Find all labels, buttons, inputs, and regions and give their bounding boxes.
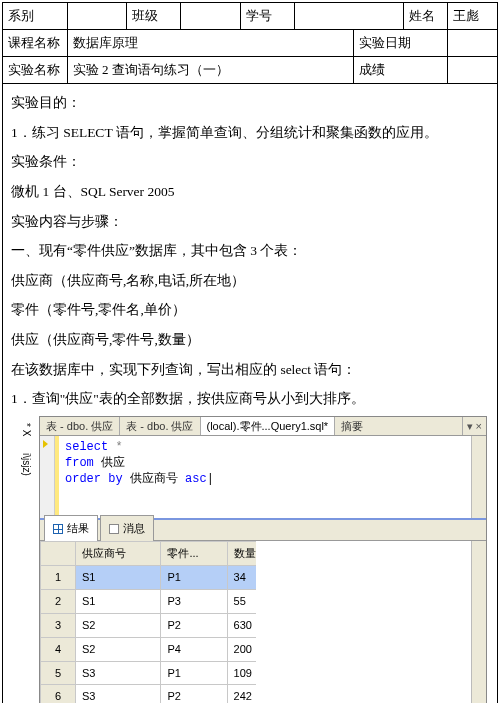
cell-qty: 109: [227, 661, 255, 685]
cell-qty: 200: [227, 637, 255, 661]
grid-icon: [53, 524, 63, 534]
class-label: 班级: [126, 3, 180, 30]
result-tab-strip: 结果 消息: [40, 520, 486, 541]
report-frame: 系别 班级 学号 姓名 王彪 课程名称 数据库原理 实验日期 实验名称 实验 2…: [2, 2, 498, 703]
score-label: 成绩: [354, 57, 448, 84]
cell-part: P4: [161, 637, 227, 661]
cell-supplier: S3: [76, 685, 161, 703]
messages-tab-label: 消息: [123, 518, 145, 539]
question-1: 1．查询"供应"表的全部数据，按供应商号从小到大排序。: [11, 386, 489, 412]
table-def-3: 供应（供应商号,零件号,数量）: [11, 327, 489, 353]
cell-supplier: S3: [76, 661, 161, 685]
name-label: 姓名: [403, 3, 447, 30]
table-def-1: 供应商（供应商号,名称,电话,所在地）: [11, 268, 489, 294]
table-row[interactable]: 3S2P2630: [41, 613, 256, 637]
row-number: 5: [41, 661, 76, 685]
cell-supplier: S2: [76, 637, 161, 661]
table-row[interactable]: 6S3P2242: [41, 685, 256, 703]
tab-overflow-icon[interactable]: ▾ ×: [463, 417, 486, 436]
cell-qty: 630: [227, 613, 255, 637]
results-tab[interactable]: 结果: [44, 515, 98, 541]
date-label: 实验日期: [354, 30, 448, 57]
row-number: 4: [41, 637, 76, 661]
body-section: 实验目的： 1．练习 SELECT 语句，掌握简单查询、分组统计和聚集函数的应用…: [3, 84, 497, 703]
editor-gutter: [40, 436, 55, 518]
cond-title: 实验条件：: [11, 149, 489, 175]
name-value: 王彪: [448, 3, 497, 30]
doc-tab-summary[interactable]: 摘要: [335, 417, 462, 436]
explorer-close: * X: [17, 423, 36, 436]
row-number: 2: [41, 589, 76, 613]
cell-supplier: S1: [76, 565, 161, 589]
header-table: 系别 班级 学号 姓名 王彪 课程名称 数据库原理 实验日期 实验名称 实验 2…: [3, 3, 497, 84]
cell-part: P1: [161, 661, 227, 685]
step-intro: 一、现有“零件供应”数据库，其中包含 3 个表：: [11, 238, 489, 264]
row-number: 1: [41, 565, 76, 589]
cell-part: P2: [161, 685, 227, 703]
task-text: 在该数据库中，实现下列查询，写出相应的 select 语句：: [11, 357, 489, 383]
cell-part: P1: [161, 565, 227, 589]
col-qty[interactable]: 数量: [227, 542, 255, 566]
exp-value: 实验 2 查询语句练习（一）: [67, 57, 353, 84]
doc-tab-active[interactable]: (local).零件...Query1.sql*: [201, 417, 336, 436]
doc-tab-2[interactable]: 表 - dbo. 供应: [120, 417, 200, 436]
dept-value: [67, 3, 126, 30]
cell-qty: 34: [227, 565, 255, 589]
row-number: 3: [41, 613, 76, 637]
col-part[interactable]: 零件...: [161, 542, 227, 566]
message-icon: [109, 524, 119, 534]
cond-1: 微机 1 台、SQL Server 2005: [11, 179, 489, 205]
cell-part: P3: [161, 589, 227, 613]
sql-code[interactable]: select * from 供应 order by 供应商号 asc|: [59, 436, 471, 518]
sql-editor[interactable]: select * from 供应 order by 供应商号 asc|: [40, 436, 486, 520]
table-row[interactable]: 5S3P1109: [41, 661, 256, 685]
sid-value: [294, 3, 403, 30]
grid-corner: [41, 542, 76, 566]
date-value: [448, 30, 497, 57]
explorer-node: i\jsjz): [17, 453, 36, 476]
row-number: 6: [41, 685, 76, 703]
object-explorer-strip: * X i\jsjz) KP): [14, 417, 38, 703]
table-row[interactable]: 4S2P4200: [41, 637, 256, 661]
table-row[interactable]: 1S1P134: [41, 565, 256, 589]
cell-qty: 242: [227, 685, 255, 703]
cell-part: P2: [161, 613, 227, 637]
course-label: 课程名称: [3, 30, 67, 57]
ssms-screenshot: * X i\jsjz) KP) 表 - dbo. 供应 表 - dbo. 供应 …: [39, 416, 487, 703]
cell-supplier: S2: [76, 613, 161, 637]
purpose-1: 1．练习 SELECT 语句，掌握简单查询、分组统计和聚集函数的应用。: [11, 120, 489, 146]
purpose-title: 实验目的：: [11, 90, 489, 116]
course-value: 数据库原理: [67, 30, 353, 57]
grid-scrollbar[interactable]: [471, 541, 486, 703]
steps-title: 实验内容与步骤：: [11, 209, 489, 235]
messages-tab[interactable]: 消息: [100, 515, 154, 541]
dept-label: 系别: [3, 3, 67, 30]
table-def-2: 零件（零件号,零件名,单价）: [11, 297, 489, 323]
col-supplier[interactable]: 供应商号: [76, 542, 161, 566]
editor-scrollbar[interactable]: [471, 436, 486, 518]
sid-label: 学号: [240, 3, 294, 30]
score-value: [448, 57, 497, 84]
cell-qty: 55: [227, 589, 255, 613]
table-row[interactable]: 2S1P355: [41, 589, 256, 613]
cell-supplier: S1: [76, 589, 161, 613]
exp-label: 实验名称: [3, 57, 67, 84]
class-value: [181, 3, 240, 30]
doc-tab-1[interactable]: 表 - dbo. 供应: [40, 417, 120, 436]
results-tab-label: 结果: [67, 518, 89, 539]
document-tabs: 表 - dbo. 供应 表 - dbo. 供应 (local).零件...Que…: [40, 417, 486, 436]
result-grid[interactable]: 供应商号 零件... 数量 1S1P1342S1P3553S2P26304S2P…: [40, 541, 256, 703]
